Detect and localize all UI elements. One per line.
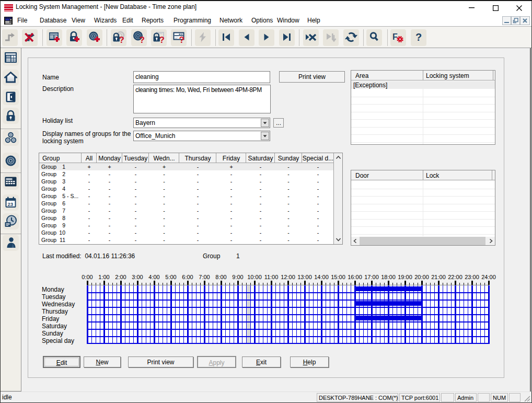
svg-text:23:00: 23:00 bbox=[465, 274, 479, 280]
svg-text:18:00: 18:00 bbox=[381, 274, 396, 280]
svg-text:21:00: 21:00 bbox=[431, 274, 446, 280]
svg-text:14:00: 14:00 bbox=[314, 274, 329, 280]
svg-text:6:00: 6:00 bbox=[182, 274, 193, 280]
svg-text:?: ? bbox=[140, 35, 145, 44]
svg-text:22:00: 22:00 bbox=[448, 274, 462, 280]
svg-text:20:00: 20:00 bbox=[414, 274, 429, 280]
svg-text:8:00: 8:00 bbox=[215, 274, 226, 280]
svg-text:16:00: 16:00 bbox=[348, 274, 362, 280]
svg-text:4:00: 4:00 bbox=[148, 274, 159, 280]
svg-text:9:00: 9:00 bbox=[232, 274, 243, 280]
svg-text:11:00: 11:00 bbox=[264, 274, 279, 280]
svg-text:7:00: 7:00 bbox=[199, 274, 210, 280]
svg-text:10:00: 10:00 bbox=[247, 274, 262, 280]
svg-text:19:00: 19:00 bbox=[398, 274, 412, 280]
svg-text:12:00: 12:00 bbox=[281, 274, 295, 280]
svg-text:23: 23 bbox=[8, 201, 14, 207]
svg-text:3:00: 3:00 bbox=[132, 274, 143, 280]
svg-text:?: ? bbox=[179, 35, 184, 43]
svg-text:?: ? bbox=[119, 35, 124, 44]
svg-text:24:00: 24:00 bbox=[481, 274, 496, 280]
svg-text:17:00: 17:00 bbox=[364, 274, 379, 280]
svg-text:2:00: 2:00 bbox=[115, 274, 126, 280]
svg-text:?: ? bbox=[159, 35, 165, 44]
svg-text:?: ? bbox=[415, 31, 422, 43]
svg-text:13:00: 13:00 bbox=[297, 274, 312, 280]
svg-text:0:00: 0:00 bbox=[82, 274, 92, 280]
svg-text:15:00: 15:00 bbox=[331, 274, 345, 280]
svg-text:5:00: 5:00 bbox=[165, 274, 176, 280]
svg-text:1:00: 1:00 bbox=[98, 274, 109, 280]
